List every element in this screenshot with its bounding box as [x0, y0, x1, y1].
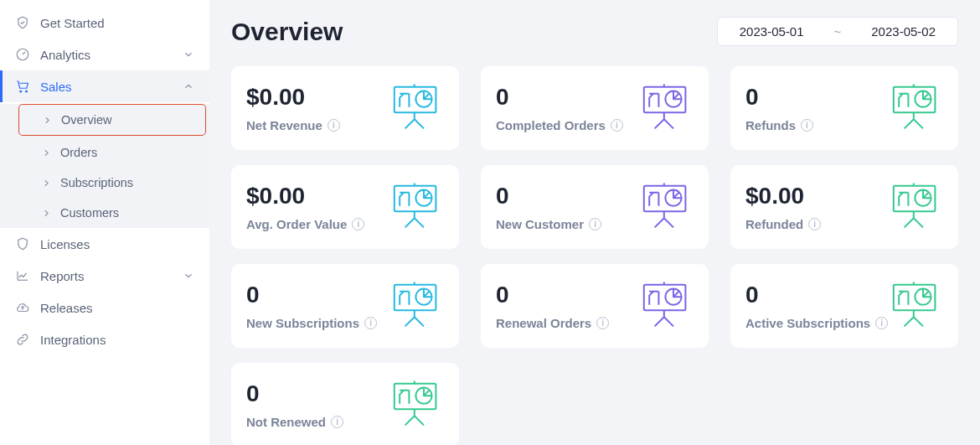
- easel-chart-icon: [640, 83, 694, 133]
- sidebar-sub-customers[interactable]: Customers: [0, 198, 209, 228]
- sidebar-item-label: Releases: [40, 301, 93, 315]
- shield-check-icon: [15, 15, 30, 30]
- svg-point-2: [26, 91, 28, 92]
- sidebar-item-integrations[interactable]: Integrations: [0, 323, 209, 355]
- metric-cards-grid: $0.00 Net Revenue i 0 Completed Orders i…: [231, 66, 958, 445]
- metric-label: New Subscriptions: [246, 316, 359, 330]
- metric-label: Refunded: [745, 217, 803, 231]
- cart-icon: [15, 79, 30, 94]
- metric-label: Refunds: [745, 118, 796, 132]
- info-icon[interactable]: i: [611, 119, 623, 132]
- sidebar-item-label: Analytics: [40, 48, 90, 62]
- metric-label: New Customer: [496, 217, 584, 231]
- metric-value: 0: [246, 380, 343, 407]
- metric-label: Renewal Orders: [496, 316, 591, 330]
- sidebar-item-label: Sales: [40, 80, 72, 94]
- metric-value: 0: [496, 282, 609, 308]
- sidebar-item-label: Licenses: [40, 237, 90, 251]
- metric-label: Avg. Order Value: [246, 217, 347, 231]
- metric-value: 0: [496, 183, 601, 210]
- page-title: Overview: [231, 18, 343, 46]
- easel-chart-icon: [390, 281, 444, 331]
- sidebar-item-sales[interactable]: Sales: [0, 70, 209, 102]
- sidebar-item-label: Integrations: [40, 333, 106, 347]
- date-separator: ~: [834, 24, 842, 39]
- shield-icon: [15, 236, 30, 251]
- main-content: Overview 2023-05-01 ~ 2023-05-02 $0.00 N…: [209, 0, 980, 445]
- metric-card[interactable]: $0.00 Net Revenue i: [231, 66, 459, 150]
- link-icon: [15, 332, 30, 347]
- metric-label: Net Revenue: [246, 118, 322, 132]
- easel-chart-icon: [390, 380, 444, 430]
- sidebar-sub-label: Overview: [61, 113, 111, 127]
- metric-card[interactable]: $0.00 Refunded i: [730, 165, 958, 249]
- svg-point-1: [20, 91, 22, 92]
- metric-card[interactable]: 0 Active Subscriptions i: [730, 264, 958, 348]
- info-icon[interactable]: i: [364, 317, 377, 329]
- metric-value: 0: [246, 282, 377, 308]
- metric-value: $0.00: [745, 183, 821, 210]
- metric-card[interactable]: 0 Refunds i: [730, 66, 958, 150]
- chevron-right-icon: [40, 147, 52, 158]
- metric-card[interactable]: 0 Not Renewed i: [231, 363, 459, 445]
- metric-value: $0.00: [246, 183, 364, 210]
- info-icon[interactable]: i: [352, 218, 364, 230]
- metric-value: 0: [496, 84, 623, 111]
- info-icon[interactable]: i: [801, 119, 813, 132]
- info-icon[interactable]: i: [875, 317, 888, 329]
- metric-value: 0: [745, 282, 888, 308]
- sidebar-sub-label: Customers: [60, 206, 119, 220]
- chevron-down-icon: [183, 49, 194, 60]
- metric-label: Completed Orders: [496, 118, 606, 132]
- chevron-up-icon: [183, 80, 194, 92]
- sidebar-item-licenses[interactable]: Licenses: [0, 228, 209, 260]
- sidebar-item-get-started[interactable]: Get Started: [0, 7, 209, 39]
- metric-label: Active Subscriptions: [745, 316, 870, 330]
- date-start: 2023-05-01: [740, 24, 804, 39]
- sidebar: Get Started Analytics Sales: [0, 0, 209, 445]
- sidebar-sub-subscriptions[interactable]: Subscriptions: [0, 168, 209, 198]
- date-range-picker[interactable]: 2023-05-01 ~ 2023-05-02: [717, 17, 958, 46]
- chevron-right-icon: [40, 207, 52, 219]
- easel-chart-icon: [390, 83, 444, 133]
- chevron-right-icon: [41, 114, 53, 126]
- metric-card[interactable]: 0 New Subscriptions i: [231, 264, 459, 348]
- info-icon[interactable]: i: [808, 218, 821, 230]
- sidebar-sub-label: Subscriptions: [60, 176, 133, 189]
- sidebar-sub-orders[interactable]: Orders: [0, 137, 209, 168]
- easel-chart-icon: [890, 281, 943, 331]
- info-icon[interactable]: i: [596, 317, 609, 329]
- cloud-upload-icon: [15, 300, 30, 315]
- metric-value: $0.00: [246, 84, 340, 111]
- metric-label: Not Renewed: [246, 415, 326, 429]
- sidebar-item-analytics[interactable]: Analytics: [0, 39, 209, 70]
- sidebar-item-label: Get Started: [40, 16, 105, 30]
- chart-line-icon: [15, 268, 30, 283]
- easel-chart-icon: [890, 182, 943, 232]
- sidebar-item-reports[interactable]: Reports: [0, 260, 209, 292]
- sidebar-sub-label: Orders: [60, 146, 97, 159]
- date-end: 2023-05-02: [871, 24, 936, 39]
- sidebar-item-releases[interactable]: Releases: [0, 292, 209, 323]
- sidebar-sub-overview[interactable]: Overview: [18, 104, 206, 136]
- metric-value: 0: [745, 84, 813, 111]
- gauge-icon: [15, 47, 30, 62]
- easel-chart-icon: [390, 182, 444, 232]
- sales-submenu: Overview Orders Subscriptions Customers: [0, 104, 209, 228]
- easel-chart-icon: [640, 281, 694, 331]
- easel-chart-icon: [890, 83, 943, 133]
- sidebar-item-label: Reports: [40, 269, 85, 283]
- info-icon[interactable]: i: [331, 416, 343, 428]
- info-icon[interactable]: i: [589, 218, 601, 230]
- metric-card[interactable]: $0.00 Avg. Order Value i: [231, 165, 459, 249]
- info-icon[interactable]: i: [328, 119, 340, 132]
- metric-card[interactable]: 0 Completed Orders i: [481, 66, 709, 150]
- chevron-right-icon: [40, 177, 52, 189]
- metric-card[interactable]: 0 New Customer i: [481, 165, 709, 249]
- easel-chart-icon: [640, 182, 694, 232]
- metric-card[interactable]: 0 Renewal Orders i: [481, 264, 709, 348]
- chevron-down-icon: [183, 270, 194, 282]
